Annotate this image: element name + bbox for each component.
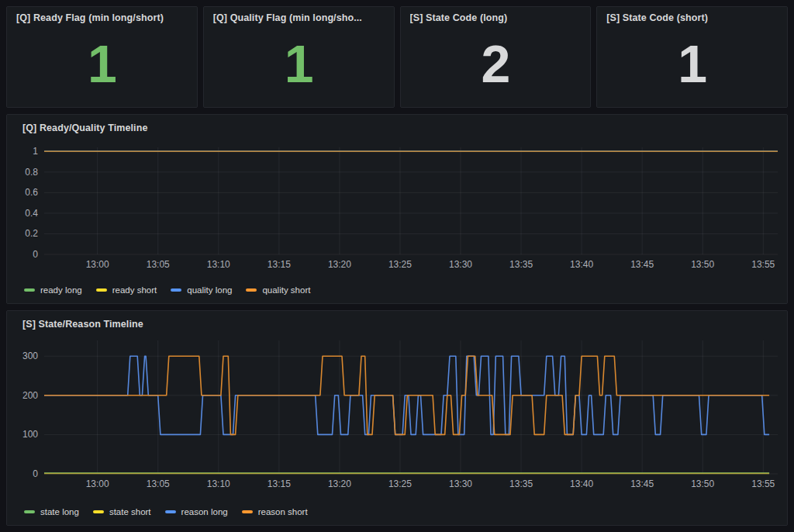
x-tick-label: 13:35 bbox=[509, 259, 533, 270]
legend-label: quality short bbox=[262, 285, 310, 295]
x-tick-label: 13:55 bbox=[751, 259, 775, 270]
legend-item-ready-short[interactable]: ready short bbox=[96, 285, 157, 295]
timeline-chart[interactable]: 13:0013:0513:1013:1513:2013:2513:3013:35… bbox=[16, 136, 778, 280]
x-tick-label: 13:20 bbox=[328, 478, 351, 489]
x-tick-label: 13:15 bbox=[268, 478, 291, 489]
y-tick-label: 0.4 bbox=[16, 208, 38, 219]
legend-label: reason long bbox=[181, 507, 228, 516]
x-tick-label: 13:50 bbox=[691, 259, 714, 270]
legend-item-quality-short[interactable]: quality short bbox=[246, 285, 310, 295]
panel-ready-flag: [Q] Ready Flag (min long/short) 1 bbox=[6, 6, 198, 108]
panel-title[interactable]: [S] State Code (short) bbox=[606, 12, 778, 23]
legend-swatch-icon bbox=[171, 288, 181, 292]
x-tick-label: 13:30 bbox=[449, 478, 472, 489]
legend-label: ready short bbox=[112, 285, 157, 295]
stat-value: 1 bbox=[285, 37, 313, 90]
x-tick-label: 13:50 bbox=[691, 478, 714, 489]
y-tick-label: 0.2 bbox=[16, 228, 38, 239]
panel-title[interactable]: [S] State Code (long) bbox=[410, 12, 582, 23]
legend-label: quality long bbox=[187, 285, 232, 295]
legend-swatch-icon bbox=[24, 510, 35, 513]
panel-title[interactable]: [Q] Ready Flag (min long/short) bbox=[16, 12, 188, 23]
x-tick-label: 13:00 bbox=[86, 478, 109, 489]
stat-value-wrap: 1 bbox=[606, 23, 778, 104]
x-tick-label: 13:55 bbox=[751, 478, 775, 489]
stat-row: [Q] Ready Flag (min long/short) 1 [Q] Qu… bbox=[6, 6, 788, 108]
y-tick-label: 0.8 bbox=[16, 167, 38, 178]
x-axis: 13:0013:0513:1013:1513:2013:2513:3013:35… bbox=[44, 254, 778, 271]
plot-area[interactable] bbox=[44, 340, 778, 474]
x-tick-label: 13:10 bbox=[207, 478, 230, 489]
legend-item-quality-long[interactable]: quality long bbox=[171, 285, 232, 295]
legend-item-reason-long[interactable]: reason long bbox=[165, 507, 228, 516]
y-tick-label: 100 bbox=[16, 429, 38, 440]
legend-item-state-long[interactable]: state long bbox=[24, 507, 79, 516]
stat-value: 2 bbox=[481, 37, 509, 90]
x-tick-label: 13:15 bbox=[268, 259, 291, 270]
y-tick-label: 200 bbox=[16, 390, 38, 401]
legend-swatch-icon bbox=[246, 288, 257, 292]
chart-legend: state longstate shortreason longreason s… bbox=[16, 502, 778, 520]
stat-value-wrap: 1 bbox=[16, 23, 188, 104]
x-tick-label: 13:40 bbox=[570, 259, 593, 270]
legend-label: ready long bbox=[40, 285, 82, 295]
y-tick-label: 300 bbox=[16, 351, 38, 361]
legend-item-reason-short[interactable]: reason short bbox=[242, 507, 308, 516]
stat-value-wrap: 2 bbox=[410, 23, 582, 104]
legend-swatch-icon bbox=[93, 510, 104, 513]
panel-quality-flag: [Q] Quality Flag (min long/sho... 1 bbox=[203, 6, 395, 108]
stat-value-wrap: 1 bbox=[213, 23, 385, 104]
panel-state-reason-timeline: [S] State/Reason Timeline 13:0013:0513:1… bbox=[6, 310, 788, 526]
x-tick-label: 13:40 bbox=[570, 478, 593, 489]
legend-item-state-short[interactable]: state short bbox=[93, 507, 151, 516]
x-tick-label: 13:35 bbox=[509, 478, 533, 489]
legend-swatch-icon bbox=[24, 288, 35, 292]
legend-item-ready-long[interactable]: ready long bbox=[24, 285, 82, 295]
legend-swatch-icon bbox=[165, 510, 176, 513]
y-tick-label: 0.6 bbox=[16, 187, 38, 198]
x-axis: 13:0013:0513:1013:1513:2013:2513:3013:35… bbox=[44, 474, 778, 491]
y-tick-label: 1 bbox=[16, 146, 38, 157]
panel-state-code-long: [S] State Code (long) 2 bbox=[400, 6, 592, 108]
panel-ready-quality-timeline: [Q] Ready/Quality Timeline 13:0013:0513:… bbox=[6, 114, 788, 304]
panel-title[interactable]: [Q] Quality Flag (min long/sho... bbox=[213, 12, 385, 23]
plot-area[interactable] bbox=[44, 147, 778, 254]
legend-label: state short bbox=[109, 507, 151, 516]
stat-value: 1 bbox=[678, 37, 706, 90]
x-tick-label: 13:20 bbox=[328, 259, 351, 270]
y-tick-label: 0 bbox=[16, 468, 38, 479]
x-tick-label: 13:25 bbox=[388, 478, 412, 489]
panel-state-code-short: [S] State Code (short) 1 bbox=[596, 6, 788, 108]
x-tick-label: 13:45 bbox=[630, 259, 654, 270]
x-tick-label: 13:05 bbox=[147, 259, 170, 270]
x-tick-label: 13:05 bbox=[147, 478, 170, 489]
legend-label: state long bbox=[40, 507, 79, 516]
panel-title[interactable]: [S] State/Reason Timeline bbox=[16, 317, 778, 330]
legend-label: reason short bbox=[258, 507, 308, 516]
x-tick-label: 13:45 bbox=[630, 478, 654, 489]
y-tick-label: 0 bbox=[16, 249, 38, 260]
legend-swatch-icon bbox=[242, 510, 253, 513]
chart-legend: ready longready shortquality longquality… bbox=[16, 280, 778, 299]
legend-swatch-icon bbox=[96, 288, 107, 292]
stat-value: 1 bbox=[88, 37, 116, 90]
x-tick-label: 13:25 bbox=[388, 259, 412, 270]
panel-title[interactable]: [Q] Ready/Quality Timeline bbox=[16, 121, 778, 133]
x-tick-label: 13:30 bbox=[449, 259, 472, 270]
x-tick-label: 13:00 bbox=[86, 259, 109, 270]
timeline-chart[interactable]: 13:0013:0513:1013:1513:2013:2513:3013:35… bbox=[16, 333, 778, 502]
x-tick-label: 13:10 bbox=[207, 259, 230, 270]
